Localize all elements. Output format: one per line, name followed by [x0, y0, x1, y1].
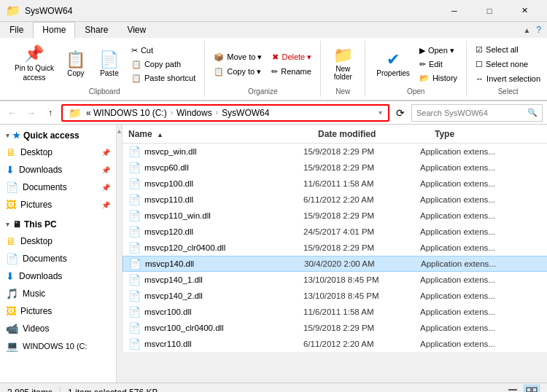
- main-layout: ▾ ★ Quick access 🖥 Desktop 📌 ⬇ Downloads…: [0, 125, 547, 383]
- table-row[interactable]: 📄 msvcr100.dll 11/6/2011 1:58 AM Applica…: [123, 304, 547, 320]
- new-buttons: 📁 Newfolder: [327, 42, 359, 86]
- file-icon: 📄: [128, 322, 141, 334]
- open-button[interactable]: ▶ Open ▾: [416, 44, 460, 57]
- address-bar[interactable]: 📁 « WINDOWS 10 (C:) › Windows › SysWOW64…: [61, 104, 389, 122]
- title-bar-icon: 📁: [6, 4, 20, 17]
- file-type: Application extens...: [421, 259, 523, 268]
- file-area: ▲ Name ▲ Date modified Type Size 📄 msvcp…: [117, 125, 547, 383]
- back-button[interactable]: ←: [4, 105, 20, 121]
- path-segment-syswow64[interactable]: SysWOW64: [220, 107, 271, 119]
- pin-indicator: 📌: [101, 149, 110, 157]
- path-segment-c[interactable]: « WINDOWS 10 (C:): [84, 107, 169, 119]
- table-row[interactable]: 📄 msvcp140.dll 30/4/2020 2:00 AM Applica…: [123, 256, 547, 272]
- copy-to-icon: 📋: [214, 67, 224, 77]
- sidebar-item-music-pc[interactable]: 🎵 Music: [0, 285, 116, 302]
- col-header-type[interactable]: Type: [435, 129, 537, 139]
- refresh-button[interactable]: ⟳: [392, 105, 408, 121]
- col-header-date[interactable]: Date modified: [318, 129, 435, 139]
- sidebar-item-downloads-pc[interactable]: ⬇ Downloads: [0, 267, 116, 285]
- properties-button[interactable]: ✔ Properties: [371, 42, 415, 86]
- selected-info: 1 item selected 576 KB: [68, 388, 158, 393]
- file-name: 📄 msvcp110.dll: [128, 194, 303, 205]
- file-list-header: Name ▲ Date modified Type Size: [123, 125, 547, 144]
- ribbon-tabs: File Home Share View ▲ ?: [0, 22, 547, 38]
- table-row[interactable]: 📄 msvcp100.dll 11/6/2011 1:58 AM Applica…: [123, 176, 547, 192]
- sidebar-item-downloads-qa[interactable]: ⬇ Downloads 📌: [0, 161, 116, 179]
- large-icons-view-button[interactable]: [524, 385, 540, 393]
- item-count: 2,895 items: [7, 388, 53, 393]
- file-icon: 📄: [128, 306, 141, 318]
- file-icon: 📄: [128, 290, 141, 302]
- col-header-name[interactable]: Name ▲: [128, 129, 318, 139]
- up-button[interactable]: ↑: [42, 105, 58, 121]
- quick-access-label: ★: [12, 130, 20, 141]
- table-row[interactable]: 📄 msvcp_win.dll 15/9/2018 2:29 PM Applic…: [123, 144, 547, 160]
- history-button[interactable]: 📂 History: [416, 71, 460, 85]
- address-dropdown-icon[interactable]: ▾: [379, 109, 382, 117]
- table-row[interactable]: 📄 msvcp110_win.dll 15/9/2018 2:29 PM App…: [123, 208, 547, 224]
- table-row[interactable]: 📄 msvcp120.dll 24/5/2017 4:01 PM Applica…: [123, 224, 547, 240]
- sidebar-item-c-drive[interactable]: 💻 WINDOWS 10 (C:: [0, 337, 116, 355]
- select-none-button[interactable]: ☐ Select none: [473, 58, 531, 71]
- search-bar[interactable]: 🔍: [411, 104, 543, 122]
- copy-to-button[interactable]: 📋 Copy to ▾: [211, 65, 264, 78]
- paste-shortcut-button[interactable]: 📋 Paste shortcut: [128, 71, 198, 85]
- table-row[interactable]: 📄 msvcp120_clr0400.dll 15/9/2018 2:29 PM…: [123, 240, 547, 256]
- edit-button[interactable]: ✏ Edit: [416, 58, 460, 71]
- folder-icon: 📁: [69, 107, 81, 119]
- this-pc-title: This PC: [24, 219, 57, 230]
- ribbon-content: 📌 Pin to Quickaccess 📋 Copy 📄 Paste: [0, 38, 547, 101]
- pin-to-quick-access-button[interactable]: 📌 Pin to Quickaccess: [10, 42, 58, 86]
- sidebar-item-documents-pc[interactable]: 📄 Documents: [0, 250, 116, 267]
- table-row[interactable]: 📄 msvcr100_clr0400.dll 15/9/2018 2:29 PM…: [123, 320, 547, 336]
- file-size: 43: [522, 163, 547, 172]
- path-segment-windows[interactable]: Windows: [174, 107, 214, 119]
- paste-button[interactable]: 📄 Paste: [93, 42, 125, 86]
- search-input[interactable]: [416, 109, 527, 117]
- table-row[interactable]: 📄 msvcp140_2.dll 13/10/2018 8:45 PM Appl…: [123, 288, 547, 304]
- help-icon[interactable]: ?: [536, 25, 541, 35]
- tab-share[interactable]: Share: [75, 22, 117, 38]
- pin-indicator-2: 📌: [101, 166, 110, 174]
- minimize-button[interactable]: ─: [438, 0, 471, 22]
- rename-button[interactable]: ✏ Rename: [268, 65, 314, 78]
- table-row[interactable]: 📄 msvcp140_1.dll 13/10/2018 8:45 PM Appl…: [123, 272, 547, 288]
- copy-button[interactable]: 📋 Copy: [60, 42, 92, 86]
- forward-button[interactable]: →: [23, 105, 39, 121]
- table-row[interactable]: 📄 msvcr110.dll 6/11/2012 2:20 AM Applica…: [123, 336, 547, 352]
- delete-button[interactable]: ✖ Delete ▾: [269, 50, 314, 63]
- properties-icon: ✔: [387, 52, 400, 68]
- maximize-button[interactable]: □: [473, 0, 506, 22]
- sidebar-item-desktop-qa[interactable]: 🖥 Desktop 📌: [0, 144, 116, 161]
- sidebar-item-desktop-pc[interactable]: 🖥 Desktop: [0, 232, 116, 250]
- sidebar-item-documents-qa[interactable]: 📄 Documents 📌: [0, 179, 116, 196]
- select-all-button[interactable]: ☑ Select all: [473, 43, 521, 56]
- this-pc-header[interactable]: ▾ 🖥 This PC: [0, 216, 116, 232]
- sidebar-item-videos-pc[interactable]: 📹 Videos: [0, 320, 116, 337]
- open-label: Open: [371, 86, 460, 95]
- sidebar-item-pictures-pc[interactable]: 🖼 Pictures: [0, 302, 116, 320]
- tab-home[interactable]: Home: [33, 22, 75, 39]
- open-small-buttons: ▶ Open ▾ ✏ Edit 📂 History: [416, 44, 460, 85]
- invert-selection-button[interactable]: ↔ Invert selection: [473, 72, 543, 85]
- table-row[interactable]: 📄 msvcp110.dll 6/11/2012 2:20 AM Applica…: [123, 192, 547, 208]
- file-name: 📄 msvcp100.dll: [128, 178, 303, 189]
- close-button[interactable]: ✕: [508, 0, 541, 22]
- cut-button[interactable]: ✂ Cut: [128, 44, 198, 57]
- file-size: 2: [522, 275, 547, 284]
- details-view-button[interactable]: [505, 385, 521, 393]
- ribbon-collapse-icon[interactable]: ▲: [523, 26, 530, 34]
- tab-view[interactable]: View: [117, 22, 155, 38]
- organize-label: Organize: [211, 86, 314, 95]
- ribbon-group-open: ✔ Properties ▶ Open ▾ ✏ Edit 📂 History: [365, 41, 467, 97]
- sidebar-item-pictures-qa[interactable]: 🖼 Pictures 📌: [0, 196, 116, 213]
- move-to-button[interactable]: 📦 Move to ▾: [211, 50, 265, 63]
- quick-access-header[interactable]: ▾ ★ Quick access: [0, 128, 116, 144]
- new-folder-button[interactable]: 📁 Newfolder: [327, 42, 359, 86]
- scroll-up[interactable]: ▲: [117, 125, 123, 352]
- tab-file[interactable]: File: [0, 22, 33, 38]
- file-name: 📄 msvcr100_clr0400.dll: [128, 322, 303, 334]
- table-row[interactable]: 📄 msvcp60.dll 15/9/2018 2:29 PM Applicat…: [123, 160, 547, 176]
- col-header-size[interactable]: Size: [537, 129, 547, 139]
- copy-path-button[interactable]: 📋 Copy path: [128, 58, 198, 71]
